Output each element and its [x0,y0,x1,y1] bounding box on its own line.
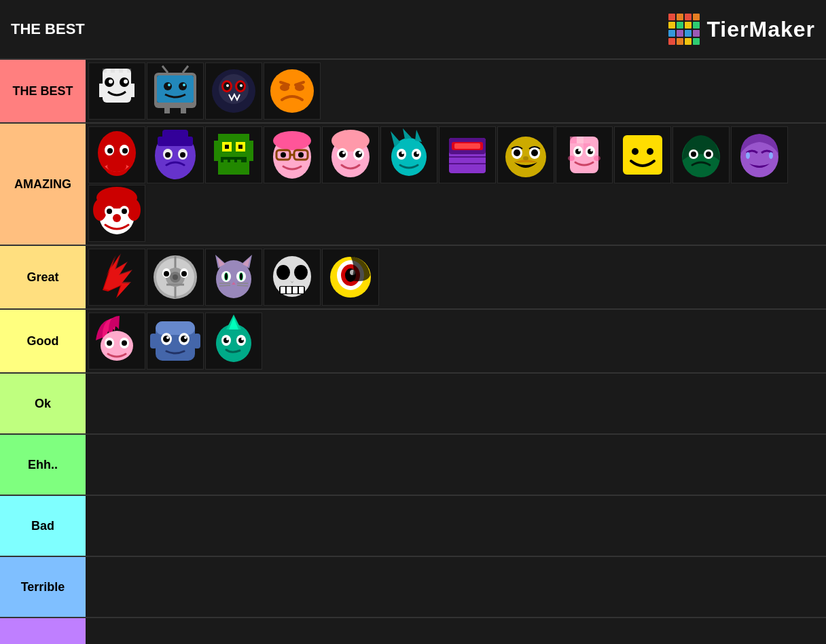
svg-point-7 [124,79,128,84]
list-item [205,62,262,120]
svg-point-80 [339,151,346,158]
tier-label-kill: KILL THIS MOD [0,618,86,644]
svg-point-53 [165,152,170,158]
list-item [264,126,321,183]
svg-point-32 [240,84,243,87]
list-item [147,249,204,306]
list-item [205,312,262,370]
svg-rect-207 [194,334,200,348]
tier-content-great [86,246,826,308]
svg-point-169 [225,273,228,280]
tier-row-bad: Bad [0,496,826,557]
tier-content-good [86,310,826,372]
tier-label-ehh: Ehh.. [0,435,86,495]
tier-content-ok [86,374,826,433]
svg-rect-65 [230,160,234,168]
svg-rect-8 [103,69,107,73]
tier-label-amazing: AMAZING [0,124,86,245]
svg-point-18 [168,84,170,86]
svg-rect-61 [225,145,229,149]
list-item [380,126,437,183]
list-item [147,62,204,120]
tier-label-ok: Ok [0,374,86,433]
tier-row-good: Good [0,310,826,374]
svg-rect-181 [281,287,285,293]
tier-row-great: Great [0,246,826,310]
svg-point-69 [273,131,311,150]
svg-point-144 [122,209,127,214]
svg-point-82 [342,151,345,154]
svg-point-139 [93,199,107,221]
svg-rect-22 [164,107,170,113]
list-item [88,312,145,370]
svg-point-195 [107,340,112,346]
svg-point-106 [514,149,520,156]
logo-grid [668,14,700,45]
list-item [147,312,204,370]
list-item [614,126,671,183]
tier-row-terrible: Terrible [0,557,826,618]
svg-point-135 [769,152,773,159]
svg-rect-184 [299,287,304,293]
svg-point-83 [359,151,361,154]
svg-point-16 [164,82,172,90]
svg-rect-11 [127,69,131,73]
svg-rect-58 [247,141,253,161]
svg-point-203 [181,336,187,342]
list-item [147,126,204,183]
tier-label-best: THE BEST [0,60,86,122]
svg-point-130 [691,151,696,157]
svg-rect-123 [623,135,662,175]
svg-point-54 [180,152,185,158]
svg-rect-99 [454,143,480,149]
svg-point-125 [647,148,653,155]
list-item [264,62,321,120]
list-item [88,185,145,242]
list-item [205,249,262,306]
svg-point-179 [294,265,308,280]
svg-point-73 [281,152,286,158]
svg-rect-206 [150,334,157,348]
svg-point-216 [226,338,229,340]
svg-point-118 [578,149,581,151]
svg-point-93 [401,151,404,154]
svg-rect-57 [214,141,221,161]
svg-point-74 [298,152,304,158]
tier-content-terrible [86,557,826,617]
svg-point-108 [523,156,528,160]
list-item [731,126,788,183]
svg-rect-10 [119,69,123,73]
header: THE BEST TierMaker [0,0,826,60]
list-item [439,126,496,183]
svg-point-34 [270,69,314,113]
svg-line-175 [237,285,248,286]
svg-point-178 [276,265,290,280]
tiermaker-logo: TierMaker [668,14,815,45]
svg-point-46 [122,148,128,154]
svg-point-81 [355,151,362,158]
header-title: THE BEST [11,20,85,38]
svg-rect-111 [570,137,577,143]
tier-label-bad: Bad [0,496,86,556]
svg-point-205 [184,336,187,339]
svg-point-209 [216,324,251,362]
svg-point-153 [173,274,178,280]
list-item [88,62,145,120]
svg-point-202 [163,336,170,342]
list-item [88,249,145,306]
svg-point-140 [127,199,141,221]
svg-point-119 [590,149,593,151]
svg-point-45 [107,148,113,154]
svg-point-6 [109,79,113,84]
svg-rect-62 [238,145,243,149]
tier-row-best: THE BEST [0,60,826,124]
list-item [264,249,321,306]
svg-point-145 [113,214,121,222]
svg-point-131 [706,151,711,157]
svg-rect-199 [156,321,195,335]
svg-point-120 [568,156,575,161]
svg-point-204 [166,336,169,339]
tier-label-terrible: Terrible [0,557,86,617]
tier-content-bad [86,496,826,556]
svg-point-38 [295,84,304,91]
